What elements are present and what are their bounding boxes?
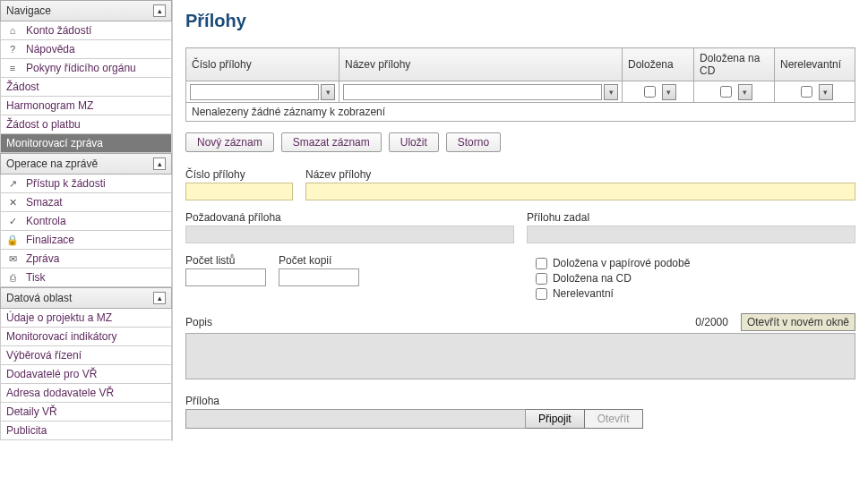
main-content: Přílohy Číslo přílohy Název přílohy Dolo… — [173, 0, 868, 441]
nav-item-label: Adresa dodavatele VŘ — [6, 387, 114, 399]
col-provided[interactable]: Doložena — [623, 48, 694, 81]
desc-counter: 0/2000 — [695, 316, 728, 328]
nav-item-harmonogram[interactable]: Harmonogram MZ — [0, 97, 172, 115]
nav-item-adresa[interactable]: Adresa dodavatele VŘ — [0, 384, 172, 403]
lock-icon: 🔒 — [6, 234, 19, 246]
delete-record-button[interactable]: Smazat záznam — [281, 132, 382, 152]
name-input[interactable] — [305, 183, 855, 200]
chk-irrelevant[interactable] — [536, 288, 547, 300]
nav-item-tisk[interactable]: ⎙ Tisk — [0, 268, 172, 287]
nav-item-pristup[interactable]: ↗ Přístup k žádosti — [0, 175, 172, 193]
save-button[interactable]: Uložit — [389, 132, 439, 152]
filter-provided-checkbox[interactable] — [644, 86, 656, 98]
filter-row: ▾ ▾ ▾ — [186, 81, 855, 103]
nav-item-vyberova[interactable]: Výběrová řízení — [0, 346, 172, 365]
desc-label: Popis — [185, 316, 212, 328]
nav-item-label: Monitorovací indikátory — [6, 330, 116, 343]
nav-item-label: Údaje o projektu a MZ — [6, 311, 112, 324]
col-number[interactable]: Číslo přílohy — [186, 48, 339, 81]
nav-item-konto-zadosti[interactable]: ⌂ Konto žádostí — [0, 21, 172, 40]
nav-header-navigace: Navigace ▴ — [0, 0, 172, 21]
nav-header-operace: Operace na zprávě ▴ — [0, 153, 172, 175]
filter-icon[interactable]: ▾ — [604, 84, 618, 100]
nav-item-label: Přístup k žádosti — [26, 177, 106, 190]
nav-item-napoveda[interactable]: ? Nápověda — [0, 40, 172, 59]
nav-item-monitorovaci-zprava[interactable]: Monitorovací zpráva — [0, 134, 172, 153]
new-record-button[interactable]: Nový záznam — [185, 132, 274, 152]
access-icon: ↗ — [6, 178, 19, 190]
chevron-up-icon[interactable]: ▴ — [153, 158, 166, 170]
chevron-up-icon[interactable]: ▴ — [153, 292, 166, 304]
attach-button[interactable]: Připojit — [526, 409, 585, 429]
filter-icon[interactable]: ▾ — [819, 84, 833, 100]
chk-paper-label: Doložena v papírové podobě — [553, 257, 690, 269]
required-label: Požadovaná příloha — [185, 211, 514, 224]
nav-item-finalizace[interactable]: 🔒 Finalizace — [0, 231, 172, 250]
chk-irrelevant-label: Nerelevantní — [553, 287, 614, 300]
nav-item-label: Výběrová řízení — [6, 349, 82, 362]
nav-item-zprava[interactable]: ✉ Zpráva — [0, 250, 172, 268]
attach-path-input — [185, 409, 526, 429]
copies-label: Počet kopií — [279, 254, 359, 267]
nav-header-label: Navigace — [6, 4, 51, 17]
check-icon: ✓ — [6, 216, 19, 227]
nav-item-label: Žádost — [6, 81, 39, 93]
print-icon: ⎙ — [6, 272, 19, 283]
name-label: Název přílohy — [305, 168, 855, 181]
nav-item-label: Dodavatelé pro VŘ — [6, 368, 97, 380]
copies-input[interactable] — [279, 268, 359, 286]
pages-label: Počet listů — [185, 254, 266, 267]
nav-item-smazat[interactable]: ✕ Smazat — [0, 193, 172, 212]
pages-input[interactable] — [185, 268, 266, 286]
required-input — [185, 226, 514, 243]
sidebar: Navigace ▴ ⌂ Konto žádostí ? Nápověda ≡ … — [0, 0, 173, 441]
page-title: Přílohy — [185, 11, 855, 31]
nav-item-label: Žádost o platbu — [6, 118, 81, 131]
nav-item-label: Kontrola — [26, 215, 66, 227]
filter-name-input[interactable] — [343, 84, 602, 100]
filter-irrelevant-checkbox[interactable] — [801, 86, 812, 98]
filter-icon[interactable]: ▾ — [738, 84, 752, 100]
cancel-button[interactable]: Storno — [446, 132, 501, 152]
document-icon: ≡ — [6, 63, 19, 73]
col-irrelevant[interactable]: Nerelevantní — [775, 48, 855, 81]
col-name[interactable]: Název přílohy — [339, 48, 623, 81]
number-label: Číslo přílohy — [185, 168, 293, 181]
nav-item-dodavatele[interactable]: Dodavatelé pro VŘ — [0, 365, 172, 384]
delete-icon: ✕ — [6, 197, 19, 209]
nav-item-publicita[interactable]: Publicita — [0, 422, 172, 440]
nav-item-label: Pokyny řídicího orgánu — [26, 62, 136, 74]
message-icon: ✉ — [6, 253, 19, 265]
nav-item-indikatory[interactable]: Monitorovací indikátory — [0, 328, 172, 346]
nav-item-label: Monitorovací zpráva — [6, 137, 103, 149]
number-input[interactable] — [185, 183, 293, 200]
chk-paper[interactable] — [536, 258, 547, 269]
attachments-grid: Číslo přílohy Název přílohy Doložena Dol… — [185, 47, 855, 103]
desc-textarea[interactable] — [185, 333, 855, 379]
chk-cd[interactable] — [536, 273, 547, 285]
help-icon: ? — [6, 44, 19, 55]
filter-icon[interactable]: ▾ — [662, 84, 676, 100]
nav-item-label: Publicita — [6, 424, 47, 437]
filter-icon[interactable]: ▾ — [321, 84, 335, 100]
nav-item-label: Konto žádostí — [26, 24, 91, 37]
nav-header-datova: Datová oblast ▴ — [0, 287, 172, 309]
col-provided-cd[interactable]: Doložena na CD — [694, 48, 775, 81]
entered-by-label: Přílohu zadal — [527, 211, 855, 224]
filter-number-input[interactable] — [190, 84, 319, 100]
nav-item-label: Harmonogram MZ — [6, 99, 93, 112]
chevron-up-icon[interactable]: ▴ — [153, 4, 166, 17]
nav-item-kontrola[interactable]: ✓ Kontrola — [0, 212, 172, 231]
toolbar: Nový záznam Smazat záznam Uložit Storno — [185, 132, 855, 152]
nav-item-zadost-o-platbu[interactable]: Žádost o platbu — [0, 115, 172, 134]
filter-cd-checkbox[interactable] — [720, 86, 732, 98]
nav-item-detaily[interactable]: Detaily VŘ — [0, 403, 172, 422]
nav-header-label: Operace na zprávě — [6, 158, 98, 170]
nav-item-label: Smazat — [26, 196, 63, 209]
home-icon: ⌂ — [6, 25, 19, 36]
nav-item-udaje[interactable]: Údaje o projektu a MZ — [0, 309, 172, 328]
open-new-window-button[interactable]: Otevřít v novém okně — [741, 313, 855, 331]
entered-by-input — [527, 226, 855, 243]
nav-item-pokyny[interactable]: ≡ Pokyny řídicího orgánu — [0, 59, 172, 78]
nav-item-zadost[interactable]: Žádost — [0, 78, 172, 97]
